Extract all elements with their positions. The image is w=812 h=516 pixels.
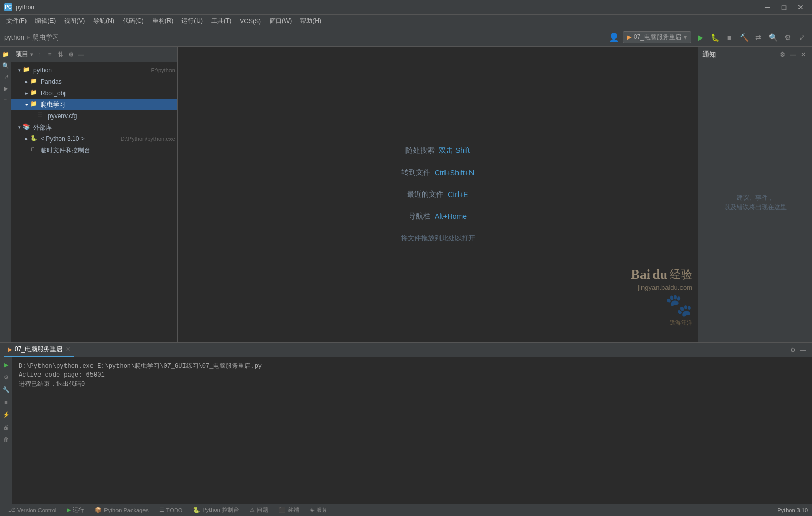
status-python-packages[interactable]: 📦 Python Packages [90,504,153,517]
stop-button[interactable]: ■ [724,32,735,43]
toolbar-right: 👤 ▶ 07_电脑服务重启 ▾ ▶ 🐛 ■ 🔨 ⇄ 🔍 ⚙ ⤢ [608,31,808,43]
hint-search: 随处搜索 双击 Shift [405,146,470,156]
left-icon-search[interactable]: 🔍 [1,60,11,71]
status-python-console[interactable]: 🐍 Python 控制台 [189,504,243,517]
right-panel-content: 建议、事件， 以及错误将出现在这里 [698,62,812,342]
tree-item-python-root[interactable]: ▾ 📁 python E:\python [11,64,177,76]
menu-window[interactable]: 窗口(W) [265,16,296,27]
run-tab-close[interactable]: ✕ [66,346,70,353]
title-text: python [16,4,34,11]
notification-minimize-button[interactable]: — [788,50,797,59]
avatar-button[interactable]: 👤 [608,32,620,43]
project-panel-title: 项目 [16,50,28,59]
menu-refactor[interactable]: 重构(R) [148,16,178,27]
toolbar-project: python ▸ 爬虫学习 [4,33,59,42]
app-icon: PC [4,3,12,11]
tree-label: python [33,67,149,74]
panel-sort-button[interactable]: ⇅ [56,50,65,59]
left-icon-structure[interactable]: ≡ [1,95,11,105]
notification-close-button[interactable]: ✕ [798,50,808,59]
tree-label: 外部库 [33,123,175,132]
status-terminal[interactable]: ⬛ 终端 [274,504,304,517]
panel-list-button[interactable]: ≡ [45,50,55,59]
run-config-selector[interactable]: ▶ 07_电脑服务重启 ▾ [623,31,691,43]
output-exit-line: 进程已结束，退出代码0 [19,380,806,389]
arrow-icon: ▸ [23,135,30,143]
status-right-python: Python 3.10 [777,507,808,513]
file-tree: ▾ 📁 python E:\python ▸ 📁 Pandas ▸ 📁 Rbot… [11,62,177,342]
tree-item-python310[interactable]: ▸ 🐍 < Python 3.10 > D:\Python\python.exe [11,133,177,145]
status-run[interactable]: ▶ 运行 [62,504,88,517]
build-button[interactable]: 🔨 [738,32,750,43]
hint-key-search[interactable]: 双击 Shift [439,146,470,156]
folder-icon: 📁 [30,89,38,97]
hint-key-recent[interactable]: Ctrl+E [448,190,468,199]
console-label: Python 控制台 [202,506,239,514]
tree-label: Rbot_obj [41,89,175,97]
status-bar: ⎇ Version Control ▶ 运行 📦 Python Packages… [0,504,812,516]
hint-key-navbar[interactable]: Alt+Home [435,212,467,221]
close-button[interactable]: ✕ [793,2,808,12]
side-print-icon[interactable]: 🖨 [1,422,11,432]
folder-separator-icon: ▸ [27,33,30,41]
run-config-icon: ▶ [627,34,632,40]
side-trash-icon[interactable]: 🗑 [1,434,11,445]
menu-view[interactable]: 视图(V) [60,16,89,27]
status-services[interactable]: ◈ 服务 [306,504,332,517]
toolbar: python ▸ 爬虫学习 👤 ▶ 07_电脑服务重启 ▾ ▶ 🐛 ■ 🔨 ⇄ … [0,28,812,47]
menu-navigate[interactable]: 导航(N) [89,16,119,27]
problems-icon: ⚠ [250,507,255,513]
run-button[interactable]: ▶ [695,32,706,43]
left-icon-vcs[interactable]: ⎇ [1,72,11,82]
translate-button[interactable]: ⇄ [753,32,764,43]
left-icon-run[interactable]: ▶ [1,83,11,94]
bottom-panel-header: ▶ 07_电脑服务重启 ✕ ⚙ — [0,343,812,357]
settings-button[interactable]: ⚙ [782,32,793,43]
tree-label: < Python 3.10 > [41,135,119,143]
menu-code[interactable]: 代码(C) [119,16,148,27]
side-filter-icon[interactable]: ⚡ [1,409,11,420]
menu-tools[interactable]: 工具(T) [207,16,235,27]
tree-label: 临时文件和控制台 [41,146,175,155]
menu-run[interactable]: 运行(U) [177,16,207,27]
debug-button[interactable]: 🐛 [709,32,721,43]
tree-label: pyvenv.cfg [48,112,175,120]
panel-minimize-button[interactable]: — [76,50,86,59]
bottom-minimize-button[interactable]: — [798,345,808,355]
side-lines-icon[interactable]: ≡ [1,397,11,407]
left-icon-folder[interactable]: 📁 [1,49,11,59]
status-version-control[interactable]: ⎇ Version Control [4,504,60,517]
tree-item-pandas[interactable]: ▸ 📁 Pandas [11,76,177,87]
side-settings-icon[interactable]: ⚙ [1,372,11,382]
tree-item-external-libs[interactable]: ▾ 📚 外部库 [11,122,177,133]
maximize-button[interactable]: □ [777,2,791,12]
panel-gear-button[interactable]: ⚙ [66,50,75,59]
panel-collapse-button[interactable]: ↑ [35,50,44,59]
arrow-icon: ▾ [16,124,23,131]
side-wrench-icon[interactable]: 🔧 [1,384,11,395]
menu-file[interactable]: 文件(F) [2,16,31,27]
expand-button[interactable]: ⤢ [796,32,808,43]
status-todo[interactable]: ☰ TODO [155,504,187,517]
search-button[interactable]: 🔍 [767,32,779,43]
tree-item-crawler[interactable]: ▾ 📁 爬虫学习 [11,99,177,110]
side-run-icon[interactable]: ▶ [1,359,11,370]
tree-item-pyvenv[interactable]: ▸ ☰ pyvenv.cfg [11,110,177,122]
bottom-settings-button[interactable]: ⚙ [788,345,797,355]
minimize-button[interactable]: ─ [760,2,775,12]
bottom-tab-run[interactable]: ▶ 07_电脑服务重启 ✕ [4,343,74,357]
left-sidebar-icons: 📁 🔍 ⎇ ▶ ≡ [0,47,11,342]
menu-vcs[interactable]: VCS(S) [235,17,265,26]
menu-edit[interactable]: 编辑(E) [31,16,60,27]
project-panel-header: 项目 ▾ ↑ ≡ ⇅ ⚙ — [11,47,177,62]
terminal-icon: ⬛ [279,507,286,513]
run-status-label: 运行 [73,506,84,514]
status-problems[interactable]: ⚠ 问题 [245,504,272,517]
tree-item-rbot[interactable]: ▸ 📁 Rbot_obj [11,87,177,99]
notification-settings-button[interactable]: ⚙ [778,50,787,59]
python-icon: 🐍 [30,135,38,143]
menu-help[interactable]: 帮助(H) [296,16,325,27]
tree-item-temp[interactable]: ▸ 🗒 临时文件和控制台 [11,145,177,156]
hint-key-goto[interactable]: Ctrl+Shift+N [435,169,474,177]
menu-bar: 文件(F) 编辑(E) 视图(V) 导航(N) 代码(C) 重构(R) 运行(U… [0,15,812,28]
